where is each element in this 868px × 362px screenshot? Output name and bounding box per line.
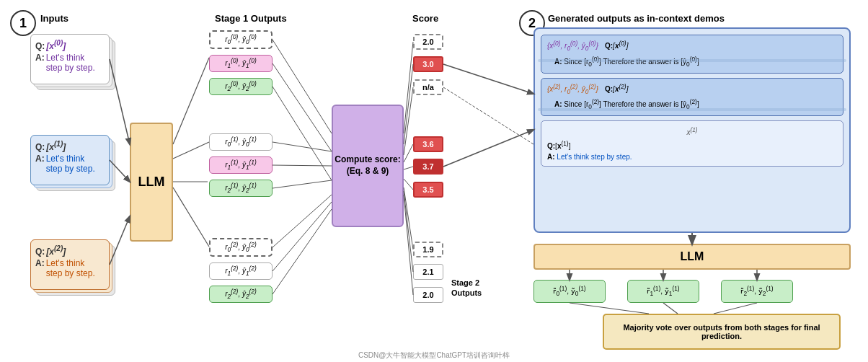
inputs-label: Inputs <box>40 13 68 24</box>
compute-score-box: Compute score: (Eq. 8 & 9) <box>332 105 404 227</box>
svg-line-21 <box>404 179 413 190</box>
score-badge-1-1: 3.7 <box>413 159 443 175</box>
svg-line-12 <box>273 180 332 188</box>
score-badge-0-2: n/a <box>413 79 443 95</box>
svg-line-15 <box>273 209 332 294</box>
svg-line-4 <box>173 142 209 159</box>
svg-line-32 <box>570 303 649 314</box>
svg-line-17 <box>404 64 413 144</box>
svg-line-27 <box>443 130 533 167</box>
output-card-1-0: r0(1), ŷ0(1) <box>209 133 273 151</box>
svg-line-11 <box>273 165 332 166</box>
generated-outputs-label: Generated outputs as in-context demos <box>548 13 725 24</box>
stack-shadow-0 <box>538 59 846 62</box>
s2-output-2: r̃2(1), ỹ2(1) <box>721 280 793 303</box>
svg-line-26 <box>443 87 533 144</box>
svg-line-20 <box>404 167 413 169</box>
score-badge-1-2: 3.5 <box>413 182 443 198</box>
majority-vote-box: Majority vote over outputs from both sta… <box>603 314 841 350</box>
llm2-box: LLM <box>533 244 851 270</box>
svg-line-9 <box>273 87 332 180</box>
input-card-0: Q: [x(0)] A: Let's thinkstep by step. <box>30 34 110 84</box>
input-card-1: Q: [x(1)] A: Let's thinkstep by step. <box>30 135 110 185</box>
output-card-2-2: r2(2), ŷ2(2) <box>209 286 273 303</box>
input-card-2: Q: [x(2)] A: Let's thinkstep by step. <box>30 239 110 290</box>
svg-line-3 <box>173 58 209 144</box>
score-badge-2-0: 1.9 <box>413 242 443 257</box>
output-card-2-0: r0(2), ŷ0(2) <box>209 238 273 257</box>
output-card-0-1: r1(0), ŷ1(0) <box>209 55 273 72</box>
score-badge-0-1: 3.0 <box>413 56 443 72</box>
svg-line-19 <box>404 144 413 162</box>
score-badge-2-2: 2.0 <box>413 287 443 303</box>
s2-output-0: r̃0(1), ỹ0(1) <box>533 280 606 303</box>
svg-line-7 <box>273 40 332 133</box>
output-card-0-0: r0(0), ŷ0(0) <box>209 30 273 49</box>
stage2-panel: {x(0), r0(0), ŷ0(0)} Q:[x(0)] A: Since [… <box>533 27 851 233</box>
svg-line-14 <box>273 202 332 271</box>
stage1-outputs-label: Stage 1 Outputs <box>215 13 287 24</box>
svg-line-10 <box>273 142 332 151</box>
query-card-1: x(1) Q:[x(1)] A: Let's think step by ste… <box>541 120 843 167</box>
demo-card-0: {x(0), r0(0), ŷ0(0)} Q:[x(0)] A: Since [… <box>541 35 843 74</box>
output-card-2-1: r1(2), ŷ1(2) <box>209 262 273 280</box>
output-card-1-2: r2(1), ŷ2(1) <box>209 180 273 197</box>
stage1-circle: 1 <box>10 10 36 36</box>
score-badge-0-0: 2.0 <box>413 34 443 50</box>
svg-line-34 <box>714 303 757 314</box>
output-card-1-1: r1(1), ŷ1(1) <box>209 156 273 174</box>
svg-line-33 <box>663 303 678 314</box>
svg-line-24 <box>404 195 413 295</box>
llm-box: LLM <box>130 123 173 242</box>
svg-line-18 <box>404 87 413 155</box>
svg-line-23 <box>404 191 413 272</box>
score-label: Score <box>412 13 438 24</box>
s2-output-1: r̃1(1), ỹ1(1) <box>627 280 699 303</box>
svg-line-5 <box>173 187 209 247</box>
score-badge-2-1: 2.1 <box>413 264 443 280</box>
stage2-outputs-label: Stage 2Outputs <box>451 278 523 299</box>
diagram-container: 1 Inputs Stage 1 Outputs Score 2 Generat… <box>0 0 868 362</box>
score-badge-1-0: 3.6 <box>413 136 443 152</box>
svg-line-13 <box>273 195 332 247</box>
svg-line-25 <box>443 64 533 94</box>
svg-line-22 <box>404 187 413 250</box>
output-card-0-2: r2(0), ŷ2(0) <box>209 78 273 95</box>
svg-line-16 <box>404 42 413 133</box>
stack-shadow-2 <box>538 108 846 111</box>
watermark: CSDN@大牛智能大模型ChatGPT培训咨询叶梓 <box>358 350 510 361</box>
svg-line-8 <box>273 63 332 151</box>
